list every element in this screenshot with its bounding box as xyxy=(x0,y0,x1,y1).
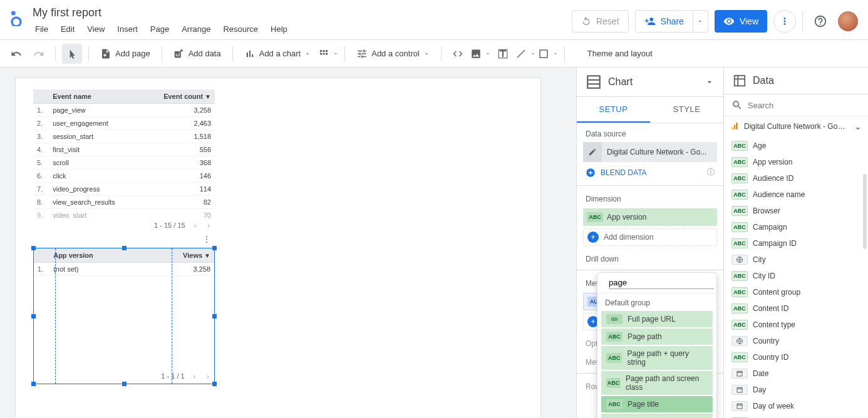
setup-tab[interactable]: SETUP xyxy=(577,97,650,123)
data-field[interactable]: ABCAudience name xyxy=(724,186,868,203)
reset-button[interactable]: Reset xyxy=(572,10,629,33)
plus-circle-icon xyxy=(586,168,596,178)
table-row[interactable]: 3.session_start1,518 xyxy=(33,130,215,143)
data-field[interactable]: ABCCity ID xyxy=(724,268,868,284)
table-header[interactable]: Views▼ xyxy=(144,248,214,263)
field-option[interactable]: ABCPage title and screen class xyxy=(601,414,713,418)
table-row[interactable]: 5.scroll368 xyxy=(33,156,215,170)
event-table[interactable]: Event name Event count▼ 1.page_view3,258… xyxy=(33,89,215,245)
blend-data-button[interactable]: BLEND DATA ⓘ xyxy=(577,162,723,183)
data-field[interactable]: ABCApp version xyxy=(724,154,868,170)
abc-type-icon: ABC xyxy=(731,271,748,281)
dimension-chip[interactable]: ABC App version xyxy=(583,208,717,226)
account-avatar[interactable] xyxy=(838,11,858,31)
data-field[interactable]: Country xyxy=(724,333,868,349)
table-row[interactable]: 1.page_view3,258 xyxy=(33,104,215,117)
app-version-table[interactable]: App version Views▼ 1.(not set)3,258 1 - … xyxy=(33,248,215,384)
menu-page[interactable]: Page xyxy=(145,22,174,36)
page-next-button[interactable]: › xyxy=(204,372,212,380)
undo-button[interactable] xyxy=(6,44,26,64)
data-field[interactable]: ABCCampaign xyxy=(724,219,868,235)
data-field[interactable]: ABCContent group xyxy=(724,284,868,300)
data-field[interactable]: ABCCampaign ID xyxy=(724,235,868,252)
redo-button[interactable] xyxy=(29,44,49,64)
document-title[interactable]: My first report xyxy=(30,6,292,19)
menu-help[interactable]: Help xyxy=(266,22,292,36)
field-option[interactable]: ABCPage path and screen class xyxy=(601,371,713,395)
table-row[interactable]: 1.(not set)3,258 xyxy=(34,263,214,276)
scrollbar[interactable] xyxy=(863,174,867,249)
data-field[interactable]: ABCAge xyxy=(724,138,868,154)
svg-rect-24 xyxy=(737,404,742,409)
data-field[interactable]: Date xyxy=(724,365,868,382)
info-icon[interactable]: ⓘ xyxy=(707,167,715,178)
table-row[interactable]: 4.first_visit556 xyxy=(33,143,215,156)
image-button[interactable] xyxy=(470,44,490,64)
data-field[interactable]: ABCAudience ID xyxy=(724,170,868,186)
data-source-chip[interactable]: Digital Culture Network - Go... xyxy=(583,142,717,162)
table-header[interactable]: App version xyxy=(49,248,144,263)
collapse-source-button[interactable]: ⌄ xyxy=(854,121,862,131)
field-option[interactable]: ABCPage path xyxy=(601,329,713,345)
page-prev-button[interactable]: ‹ xyxy=(191,372,199,380)
redo-icon xyxy=(33,48,44,59)
field-search-input[interactable] xyxy=(609,277,714,289)
data-field[interactable]: ABCContent type xyxy=(724,317,868,333)
canvas-area[interactable]: Event name Event count▼ 1.page_view3,258… xyxy=(0,68,576,418)
add-dimension-button[interactable]: + Add dimension xyxy=(583,228,717,246)
page-prev-button[interactable]: ‹ xyxy=(192,222,199,229)
edit-data-source-button[interactable] xyxy=(583,142,602,162)
table-header[interactable]: Event name xyxy=(49,89,142,104)
help-button[interactable] xyxy=(809,10,832,33)
menu-view[interactable]: View xyxy=(82,22,110,36)
field-option[interactable]: ABCPage path + query string xyxy=(601,346,713,370)
data-field[interactable]: Day of week xyxy=(724,398,868,414)
select-tool-button[interactable] xyxy=(62,44,82,64)
community-viz-button[interactable] xyxy=(318,44,338,64)
add-control-button[interactable]: Add a control xyxy=(351,44,435,64)
text-button[interactable] xyxy=(493,44,513,64)
add-data-button[interactable]: Add data xyxy=(168,44,226,64)
style-tab[interactable]: STYLE xyxy=(650,97,723,123)
data-search-input[interactable] xyxy=(748,101,860,110)
menu-arrange[interactable]: Arrange xyxy=(177,22,215,36)
url-embed-button[interactable] xyxy=(448,44,468,64)
menu-file[interactable]: File xyxy=(30,22,53,36)
table-row[interactable]: 8.view_search_results82 xyxy=(33,196,215,209)
abc-type-icon: ABC xyxy=(731,222,748,232)
chart-more-button[interactable]: ⋮ xyxy=(33,233,215,245)
page-next-button[interactable]: › xyxy=(205,222,212,229)
line-button[interactable] xyxy=(515,44,535,64)
menu-resource[interactable]: Resource xyxy=(218,22,263,36)
theme-layout-button[interactable]: Theme and layout xyxy=(582,44,658,64)
more-options-button[interactable] xyxy=(773,10,796,33)
data-field[interactable]: Day xyxy=(724,382,868,398)
data-field[interactable]: ABCDevice xyxy=(724,414,868,418)
data-field[interactable]: ABCContent ID xyxy=(724,300,868,317)
view-button[interactable]: View xyxy=(715,10,767,33)
menu-edit[interactable]: Edit xyxy=(56,22,80,36)
shape-button[interactable] xyxy=(538,44,558,64)
data-source-header[interactable]: Digital Culture Network - Google A... ⌄ xyxy=(724,116,868,136)
calendar-icon xyxy=(731,369,748,379)
add-chart-button[interactable]: Add a chart xyxy=(239,44,316,64)
data-field[interactable]: ABCCountry ID xyxy=(724,349,868,365)
share-button[interactable]: Share xyxy=(635,10,693,33)
abc-type-icon: ABC xyxy=(606,353,622,363)
collapse-panel-button[interactable] xyxy=(705,77,715,87)
data-field[interactable]: ABCBrowser xyxy=(724,203,868,219)
data-field[interactable]: City xyxy=(724,252,868,268)
field-option[interactable]: Full page URL xyxy=(601,311,713,327)
menu-insert[interactable]: Insert xyxy=(112,22,143,36)
table-row[interactable]: 6.click146 xyxy=(33,170,215,183)
table-row[interactable]: 7.video_progress114 xyxy=(33,183,215,196)
share-dropdown-button[interactable] xyxy=(693,10,708,33)
table-header[interactable]: Event count▼ xyxy=(142,89,215,104)
cursor-icon xyxy=(67,49,77,59)
field-option[interactable]: ABCPage title xyxy=(601,396,713,412)
app-header: My first report File Edit View Insert Pa… xyxy=(0,0,868,40)
report-page[interactable]: Event name Event count▼ 1.page_view3,258… xyxy=(15,78,541,418)
add-page-button[interactable]: Add page xyxy=(95,44,155,64)
abc-type-icon: ABC xyxy=(731,352,748,362)
table-row[interactable]: 2.user_engagement2,463 xyxy=(33,117,215,130)
